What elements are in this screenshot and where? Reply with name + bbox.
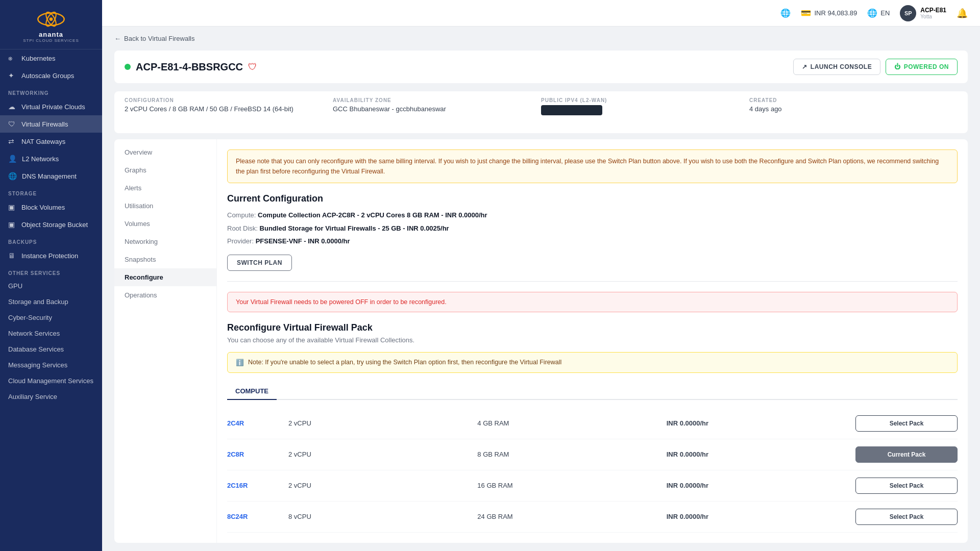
current-pack-button-2c8r[interactable]: Current Pack bbox=[855, 446, 958, 463]
kubernetes-icon: ⎈ bbox=[8, 54, 16, 62]
block-vol-icon: ▣ bbox=[8, 203, 16, 211]
launch-console-label: LAUNCH CONSOLE bbox=[811, 63, 872, 70]
sidebar-item-messaging-services[interactable]: Messaging Services bbox=[0, 357, 102, 373]
svg-point-3 bbox=[50, 17, 53, 21]
ip-redacted bbox=[541, 105, 602, 115]
page-content: ← Back to Virtual Firewalls ACP-E81-4-BB… bbox=[102, 27, 980, 551]
compute-value: Compute Collection ACP-2C8R - 2 vCPU Cor… bbox=[258, 211, 487, 219]
sidebar-item-vpc[interactable]: ☁ Virtual Private Clouds bbox=[0, 98, 102, 115]
switch-plan-button[interactable]: SWITCH PLAN bbox=[227, 255, 292, 271]
topbar-balance-value: INR 94,083.89 bbox=[814, 9, 857, 17]
topbar-language[interactable]: 🌐 EN bbox=[867, 8, 890, 18]
config-item-config: CONFIGURATION 2 vCPU Cores / 8 GB RAM / … bbox=[125, 97, 333, 117]
pack-price-8c24r: INR 0.0000/hr bbox=[667, 513, 855, 520]
sidebar-item-label: Block Volumes bbox=[21, 204, 65, 211]
sidebar-item-storage-backup[interactable]: Storage and Backup bbox=[0, 294, 102, 310]
provider-value: PFSENSE-VNF - INR 0.0000/hr bbox=[256, 237, 350, 245]
pack-name-2c8r[interactable]: 2C8R bbox=[227, 450, 288, 458]
back-arrow-icon: ← bbox=[114, 35, 121, 42]
server-title-row: ACP-E81-4-BBSRGCC 🛡 bbox=[125, 61, 257, 73]
select-pack-button-2c16r[interactable]: Select Pack bbox=[855, 478, 958, 494]
tab-overview[interactable]: Overview bbox=[114, 143, 216, 161]
backups-section-label: BACKUPS bbox=[0, 233, 102, 247]
vpc-icon: ☁ bbox=[8, 103, 16, 111]
pack-name-2c4r[interactable]: 2C4R bbox=[227, 419, 288, 427]
topbar-user-section[interactable]: SP ACP-E81 Yotta bbox=[900, 5, 946, 21]
back-link[interactable]: ← Back to Virtual Firewalls bbox=[114, 35, 968, 42]
pack-ram-2c4r: 4 GB RAM bbox=[477, 419, 666, 427]
sidebar-item-label: NAT Gateways bbox=[21, 138, 65, 145]
launch-console-button[interactable]: ↗ LAUNCH CONSOLE bbox=[793, 59, 880, 75]
sidebar-item-cloud-mgmt[interactable]: Cloud Management Services bbox=[0, 373, 102, 389]
instance-prot-icon: 🖥 bbox=[8, 252, 16, 260]
topbar-user-org: Yotta bbox=[920, 14, 946, 19]
sidebar-item-gpu[interactable]: GPU bbox=[0, 278, 102, 294]
notification-bell-icon[interactable]: 🔔 bbox=[957, 8, 968, 19]
sidebar-item-kubernetes[interactable]: ⎈ Kubernetes bbox=[0, 49, 102, 67]
main-content: 🌐 💳 INR 94,083.89 🌐 EN SP ACP-E81 Yotta … bbox=[102, 0, 980, 551]
sidebar-item-object-storage[interactable]: ▣ Object Storage Bucket bbox=[0, 216, 102, 233]
tab-networking[interactable]: Networking bbox=[114, 233, 216, 251]
config-item-created: CREATED 4 days ago bbox=[749, 97, 958, 117]
compute-detail-row: Compute: Compute Collection ACP-2C8R - 2… bbox=[227, 210, 958, 220]
logo-name: ananta bbox=[39, 31, 63, 38]
tab-snapshots[interactable]: Snapshots bbox=[114, 251, 216, 268]
power-off-text: Your Virtual Firewall needs to be powere… bbox=[236, 298, 447, 306]
az-label: AVAILABILITY ZONE bbox=[333, 97, 541, 103]
config-item-az: AVAILABILITY ZONE GCC Bhubaneswar - gccb… bbox=[333, 97, 541, 117]
tab-alerts[interactable]: Alerts bbox=[114, 179, 216, 197]
tab-volumes[interactable]: Volumes bbox=[114, 215, 216, 233]
ipv4-label: PUBLIC IPV4 (L2-WAN) bbox=[541, 97, 749, 103]
config-meta-card: CONFIGURATION 2 vCPU Cores / 8 GB RAM / … bbox=[114, 91, 968, 133]
tab-operations[interactable]: Operations bbox=[114, 286, 216, 304]
globe-icon: 🌐 bbox=[780, 8, 791, 18]
tab-utilisation[interactable]: Utilisation bbox=[114, 197, 216, 215]
currency-icon: 💳 bbox=[801, 8, 811, 18]
select-pack-button-8c24r[interactable]: Select Pack bbox=[855, 509, 958, 525]
topbar: 🌐 💳 INR 94,083.89 🌐 EN SP ACP-E81 Yotta … bbox=[102, 0, 980, 27]
pack-vcpu-2c8r: 2 vCPU bbox=[288, 450, 477, 458]
sidebar-item-label: DNS Management bbox=[22, 172, 77, 180]
sidebar-item-virtual-firewalls[interactable]: 🛡 Virtual Firewalls bbox=[0, 115, 102, 133]
sidebar-item-database-services[interactable]: Database Services bbox=[0, 341, 102, 357]
created-label: CREATED bbox=[749, 97, 958, 103]
topbar-globe[interactable]: 🌐 bbox=[780, 8, 791, 18]
reconfigure-content: Please note that you can only reconfigur… bbox=[216, 139, 968, 543]
compute-label: Compute: bbox=[227, 211, 256, 219]
power-icon: ⏻ bbox=[894, 63, 901, 70]
pack-price-2c16r: INR 0.0000/hr bbox=[667, 482, 855, 489]
compute-tab-compute[interactable]: COMPUTE bbox=[227, 383, 277, 400]
sidebar-item-auxiliary[interactable]: Auxiliary Service bbox=[0, 389, 102, 405]
tab-reconfigure[interactable]: Reconfigure bbox=[114, 268, 216, 286]
sidebar-item-label: Virtual Private Clouds bbox=[21, 103, 85, 111]
sidebar-item-block-volumes[interactable]: ▣ Block Volumes bbox=[0, 198, 102, 216]
pack-vcpu-2c16r: 2 vCPU bbox=[288, 482, 477, 489]
powered-on-button[interactable]: ⏻ POWERED ON bbox=[886, 59, 958, 75]
logo-sub: STPI CLOUD SERVICES bbox=[23, 38, 79, 43]
config-row: CONFIGURATION 2 vCPU Cores / 8 GB RAM / … bbox=[125, 97, 958, 125]
sidebar-item-autoscale-groups[interactable]: ✦ Autoscale Groups bbox=[0, 67, 102, 84]
select-pack-button-2c4r[interactable]: Select Pack bbox=[855, 415, 958, 432]
sidebar-item-dns-management[interactable]: 🌐 DNS Management bbox=[0, 167, 102, 185]
topbar-user-name: ACP-E81 bbox=[920, 7, 946, 14]
pack-list: 2C4R 2 vCPU 4 GB RAM INR 0.0000/hr Selec… bbox=[227, 408, 958, 533]
config-label: CONFIGURATION bbox=[125, 97, 333, 103]
provider-detail-row: Provider: PFSENSE-VNF - INR 0.0000/hr bbox=[227, 236, 958, 246]
detail-layout: Overview Graphs Alerts Utilisation Volum… bbox=[114, 139, 968, 543]
section-divider bbox=[227, 281, 958, 282]
pack-name-2c16r[interactable]: 2C16R bbox=[227, 482, 288, 489]
sidebar-item-nat-gateways[interactable]: ⇄ NAT Gateways bbox=[0, 133, 102, 150]
sidebar-item-cyber-security[interactable]: Cyber-Security bbox=[0, 310, 102, 325]
sidebar-item-l2-networks[interactable]: 👤 L2 Networks bbox=[0, 150, 102, 167]
reconfig-subtitle: You can choose any of the available Virt… bbox=[227, 336, 958, 344]
compute-tab-bar: COMPUTE bbox=[227, 383, 958, 400]
sidebar-item-network-services[interactable]: Network Services bbox=[0, 325, 102, 341]
root-disk-value: Bundled Storage for Virtual Firewalls - … bbox=[260, 224, 449, 232]
translate-icon: 🌐 bbox=[867, 8, 877, 18]
pack-row-2c8r: 2C8R 2 vCPU 8 GB RAM INR 0.0000/hr Curre… bbox=[227, 439, 958, 470]
tab-graphs[interactable]: Graphs bbox=[114, 161, 216, 179]
topbar-balance[interactable]: 💳 INR 94,083.89 bbox=[801, 8, 857, 18]
sidebar-item-instance-protection[interactable]: 🖥 Instance Protection bbox=[0, 247, 102, 264]
billing-warning-text: Please note that you can only reconfigur… bbox=[236, 158, 939, 175]
pack-name-8c24r[interactable]: 8C24R bbox=[227, 513, 288, 520]
